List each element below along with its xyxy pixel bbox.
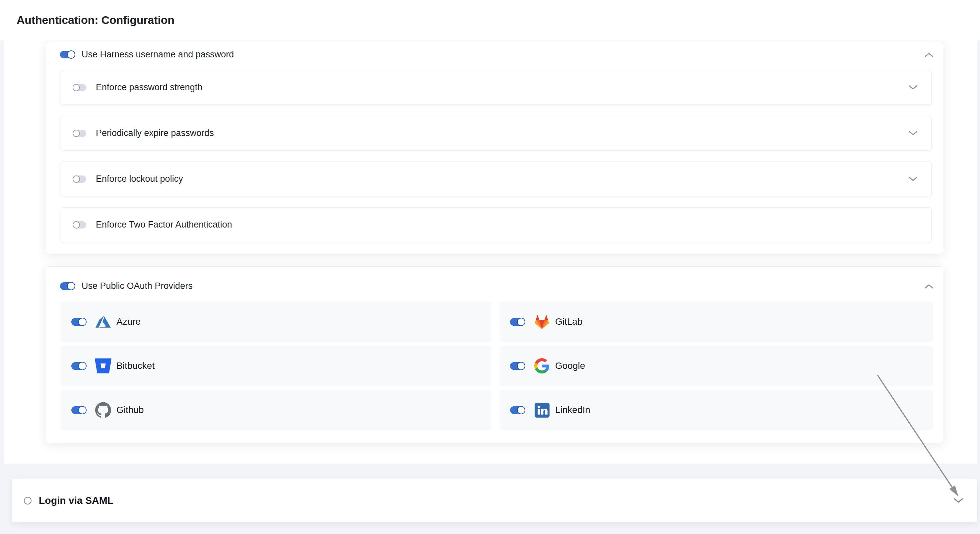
enforce-two-factor-auth-toggle[interactable] <box>73 221 86 229</box>
chevron-down-icon <box>908 131 918 136</box>
provider-row-github: Github <box>61 390 491 430</box>
oauth-provider-grid: Azure Bitbucket <box>61 302 933 430</box>
provider-name: LinkedIn <box>555 405 590 415</box>
provider-row-bitbucket: Bitbucket <box>61 346 491 386</box>
toggle-knob <box>78 406 87 414</box>
saml-section-label: Login via SAML <box>39 495 113 506</box>
toggle-knob <box>73 130 80 137</box>
oauth-section-header: Use Public OAuth Providers <box>60 278 192 294</box>
provider-row-azure: Azure <box>61 302 491 342</box>
page-header: Authentication: Configuration <box>0 0 980 40</box>
toggle-knob <box>73 84 80 91</box>
enforce-lockout-policy-toggle[interactable] <box>73 175 86 183</box>
toggle-knob <box>73 175 80 183</box>
chevron-up-icon <box>924 284 934 289</box>
option-row-lockout-policy: Enforce lockout policy <box>61 162 932 196</box>
bitbucket-toggle[interactable] <box>71 362 86 370</box>
saml-expand-button[interactable] <box>953 497 964 504</box>
gitlab-toggle[interactable] <box>510 318 525 326</box>
google-toggle[interactable] <box>510 362 525 370</box>
oauth-section-collapse-button[interactable] <box>924 283 934 289</box>
provider-row-gitlab: GitLab <box>500 302 933 342</box>
option-row-password-strength: Enforce password strength <box>61 70 932 105</box>
content-panel: Use Harness username and password Enforc… <box>4 40 977 464</box>
azure-toggle[interactable] <box>71 318 86 326</box>
provider-name: Google <box>555 361 585 371</box>
use-public-oauth-toggle[interactable] <box>60 282 75 290</box>
provider-name: Bitbucket <box>116 361 154 371</box>
bitbucket-icon <box>94 357 112 375</box>
linkedin-toggle[interactable] <box>510 406 525 414</box>
provider-name: GitLab <box>555 316 583 327</box>
github-toggle[interactable] <box>71 406 86 414</box>
oauth-section-label: Use Public OAuth Providers <box>81 281 192 291</box>
option-row-expire-passwords: Periodically expire passwords <box>61 116 932 151</box>
toggle-knob <box>67 282 75 290</box>
lockout-policy-expand-button[interactable] <box>908 176 918 182</box>
toggle-knob <box>517 362 525 370</box>
toggle-knob <box>67 51 75 59</box>
chevron-down-icon <box>953 497 964 504</box>
option-label: Enforce password strength <box>96 82 202 92</box>
option-label: Enforce lockout policy <box>96 174 183 184</box>
toggle-knob <box>517 406 525 414</box>
password-section-card: Use Harness username and password Enforc… <box>46 42 943 254</box>
expire-passwords-expand-button[interactable] <box>908 131 918 136</box>
chevron-up-icon <box>924 52 934 57</box>
option-label: Periodically expire passwords <box>96 128 214 138</box>
password-section-header: Use Harness username and password <box>60 47 234 62</box>
saml-radio-button[interactable] <box>24 497 32 504</box>
azure-icon <box>94 313 112 331</box>
enforce-password-strength-toggle[interactable] <box>73 84 86 91</box>
periodically-expire-passwords-toggle[interactable] <box>73 130 86 137</box>
provider-row-google: Google <box>500 346 933 386</box>
provider-name: Azure <box>116 316 141 327</box>
github-icon <box>94 401 112 419</box>
option-row-two-factor-auth: Enforce Two Factor Authentication <box>61 207 932 242</box>
toggle-knob <box>73 221 80 229</box>
provider-row-linkedin: LinkedIn <box>500 390 933 430</box>
saml-section-row: Login via SAML <box>12 478 977 522</box>
toggle-knob <box>78 318 87 326</box>
option-label: Enforce Two Factor Authentication <box>96 219 232 230</box>
google-icon <box>533 357 550 375</box>
page-title: Authentication: Configuration <box>17 14 175 27</box>
provider-name: Github <box>116 405 144 415</box>
chevron-down-icon <box>908 85 918 90</box>
chevron-down-icon <box>908 176 918 182</box>
gitlab-icon <box>533 313 550 331</box>
toggle-knob <box>517 318 525 326</box>
use-harness-password-toggle[interactable] <box>60 51 75 58</box>
oauth-section-card: Use Public OAuth Providers Azure <box>46 266 943 443</box>
password-section-collapse-button[interactable] <box>924 52 934 58</box>
password-section-label: Use Harness username and password <box>81 49 234 60</box>
linkedin-icon <box>533 401 550 419</box>
password-strength-expand-button[interactable] <box>908 85 918 90</box>
toggle-knob <box>78 362 87 370</box>
